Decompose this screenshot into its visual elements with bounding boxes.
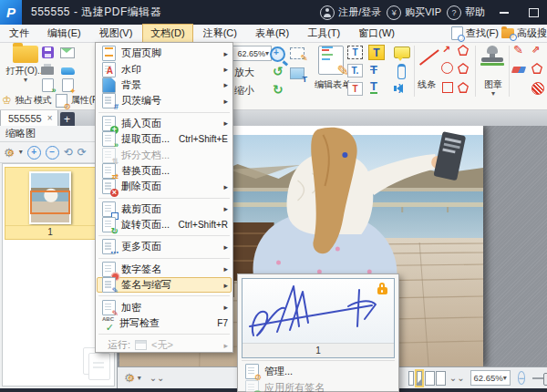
- menu-item-more-pages[interactable]: 更多页面▸: [96, 239, 232, 254]
- crown-icon: ♔: [2, 95, 12, 106]
- exclusive-mode-button[interactable]: 独占模式: [15, 94, 52, 107]
- pentagon-tool-icon[interactable]: [458, 63, 469, 74]
- maximize-button[interactable]: [523, 5, 543, 21]
- thumbnail-options-caret-icon[interactable]: ▾: [19, 150, 23, 155]
- text-box-tool-icon[interactable]: T: [347, 46, 363, 59]
- rectangle-tool-icon[interactable]: [442, 82, 453, 93]
- register-login-button[interactable]: 注册/登录: [320, 5, 381, 20]
- line-tool-icon[interactable]: [419, 49, 439, 66]
- toolbar-zoom-value: 62.65%: [237, 49, 265, 58]
- underline-icon[interactable]: T: [370, 81, 377, 94]
- menu-item-run-window[interactable]: 运行:<无>▸: [96, 337, 232, 353]
- statusbar-gear-caret-icon[interactable]: ▾: [138, 374, 141, 382]
- edit-object-icon[interactable]: [290, 47, 304, 59]
- menu-item-label: 加密: [121, 301, 141, 315]
- menu-item-header-footer[interactable]: 页眉页脚▸: [96, 46, 232, 61]
- menubar-item[interactable]: 文档(D): [142, 24, 192, 43]
- edit-form-icon[interactable]: [318, 46, 344, 75]
- edit-form-button[interactable]: 编辑表单: [315, 78, 351, 91]
- zoom-out-button[interactable]: 缩小: [234, 84, 254, 98]
- polygon-tool-icon[interactable]: [458, 45, 469, 56]
- single-page-layout-icon[interactable]: [408, 371, 414, 386]
- menu-item-sign-initials[interactable]: 签名与缩写▸: [97, 277, 232, 293]
- tab-close-icon[interactable]: ×: [47, 113, 53, 123]
- area-tool-icon[interactable]: [532, 82, 544, 95]
- zoom-out-minus-button[interactable]: −: [518, 371, 525, 385]
- menu-item-watermark[interactable]: 水印▸: [96, 61, 232, 77]
- perimeter-tool-icon[interactable]: [532, 63, 542, 74]
- thumbnail-rotate-left-icon[interactable]: ⟲: [64, 146, 73, 159]
- signature-preview[interactable]: 1: [242, 278, 395, 358]
- buy-vip-button[interactable]: ¥ 购买VIP: [387, 5, 441, 20]
- print-button[interactable]: [40, 62, 55, 76]
- measure-arrow-icon[interactable]: ⇗: [532, 44, 540, 56]
- find-button[interactable]: 查找(F): [466, 26, 499, 40]
- menu-item-insert-page[interactable]: 插入页面▸: [96, 116, 232, 131]
- menubar-item[interactable]: 编辑(E): [39, 24, 89, 43]
- menubar-item[interactable]: 工具(T): [299, 24, 348, 43]
- circle-tool-icon[interactable]: [441, 62, 453, 74]
- minimize-button[interactable]: [494, 5, 514, 21]
- zoom-select[interactable]: 62.65% ▾: [470, 370, 511, 386]
- magnifier-icon[interactable]: [270, 46, 285, 62]
- document-tab[interactable]: 555555 ×: [0, 109, 58, 126]
- cloud-tool-icon[interactable]: [458, 82, 469, 93]
- rotate-left-icon[interactable]: ↺: [273, 65, 284, 77]
- zoom-in-button[interactable]: 放大: [234, 66, 254, 79]
- save-button[interactable]: [40, 46, 55, 59]
- toolbar-zoom-select[interactable]: 62.65% ▾: [228, 46, 272, 61]
- thumbnail-rotate-right-icon[interactable]: ⟳: [77, 146, 87, 159]
- text-rotate-tool-icon[interactable]: T: [347, 82, 363, 96]
- speaker-icon[interactable]: [397, 84, 403, 93]
- rotate-right-icon[interactable]: ↻: [273, 83, 284, 96]
- manage-signatures-item[interactable]: 管理...: [238, 363, 398, 379]
- insert-page-icon: [102, 116, 116, 131]
- two-page-layout-icon[interactable]: [425, 371, 446, 386]
- strikethrough-icon[interactable]: T: [370, 63, 377, 77]
- stamp-icon[interactable]: [480, 46, 504, 66]
- help-button[interactable]: ? 帮助: [447, 5, 485, 20]
- apply-all-signatures-item[interactable]: 应用所有签名: [238, 379, 398, 392]
- menu-item-background[interactable]: 背景▸: [96, 77, 232, 93]
- zoom-slider-handle[interactable]: [543, 373, 547, 386]
- eraser-tool-icon[interactable]: [511, 67, 526, 73]
- highlight-text-icon[interactable]: T: [368, 45, 385, 60]
- zoom-slider[interactable]: [532, 377, 547, 379]
- manage-signatures-label: 管理...: [264, 365, 293, 378]
- menu-item-value: <无>: [151, 338, 173, 352]
- new-doc-icon: [62, 78, 74, 92]
- thumbnail-item-selected[interactable]: 1: [5, 167, 96, 240]
- thumbnail-zoom-in-icon[interactable]: +: [27, 146, 41, 160]
- thumbnail-options-gear-icon[interactable]: ⚙: [4, 146, 15, 160]
- new-tab-button[interactable]: +: [60, 112, 75, 126]
- menu-item-bates-number[interactable]: 贝茨编号▸: [96, 93, 232, 108]
- menu-item-encrypt[interactable]: 加密▸: [96, 299, 232, 315]
- menu-item-split-doc[interactable]: 拆分文档...: [96, 147, 232, 162]
- arrow-tool-icon[interactable]: ↗: [442, 44, 450, 56]
- page-thumbnail[interactable]: [29, 171, 71, 224]
- new-doc-button[interactable]: [60, 78, 75, 92]
- pencil-tool-icon[interactable]: ✎: [513, 43, 523, 57]
- menubar-item[interactable]: 文件: [1, 24, 37, 43]
- lines-button[interactable]: 线条: [418, 78, 436, 91]
- more-layouts-icon[interactable]: ⌄⌄: [449, 373, 465, 383]
- advanced-search-button[interactable]: 高级搜: [517, 26, 547, 40]
- text-edit-tool-icon[interactable]: T.: [347, 64, 363, 77]
- export-doc-button[interactable]: [40, 78, 55, 92]
- statusbar-collapse-icon[interactable]: ⌄⌄: [150, 373, 165, 383]
- menubar-item[interactable]: 窗口(W): [350, 24, 403, 43]
- add-image-text-icon[interactable]: [290, 67, 304, 79]
- comment-bubble-icon[interactable]: [394, 46, 410, 58]
- statusbar-gear-icon[interactable]: ⚙: [124, 371, 135, 385]
- menubar-item[interactable]: 注释(C): [195, 24, 245, 43]
- scan-button[interactable]: [60, 62, 75, 76]
- yen-icon: ¥: [387, 5, 401, 20]
- menu-item-crop-page[interactable]: 裁剪页面▸: [96, 201, 232, 217]
- thumbnail-zoom-out-icon[interactable]: −: [46, 146, 59, 160]
- menubar-item[interactable]: 视图(V): [91, 24, 141, 43]
- email-button[interactable]: [60, 46, 75, 59]
- menubar-item[interactable]: 表单(R): [247, 24, 297, 43]
- attachment-icon[interactable]: [397, 64, 406, 79]
- fit-page-layout-icon[interactable]: [417, 371, 422, 386]
- menu-item-digital-signature[interactable]: 数字签名▸: [96, 262, 232, 277]
